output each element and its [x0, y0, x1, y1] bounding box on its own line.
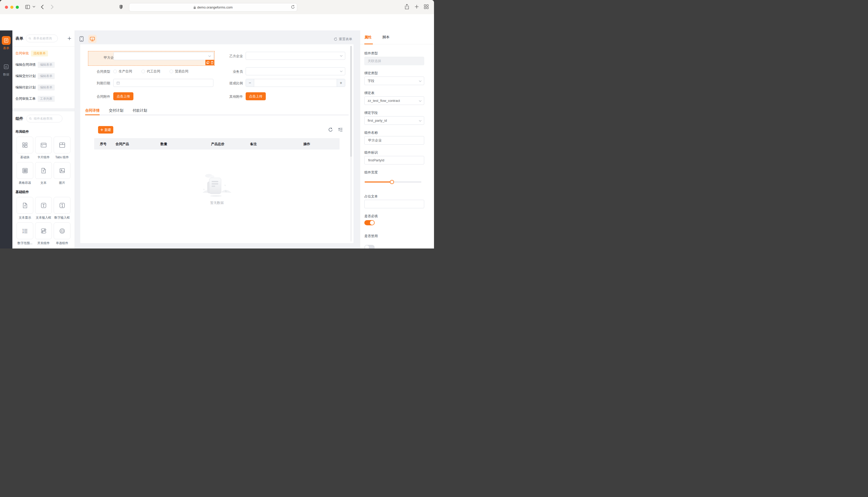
- tab-payment-plan[interactable]: 付款计划: [133, 108, 147, 113]
- chevron-down-icon: [419, 100, 422, 102]
- disabled-toggle[interactable]: [364, 245, 375, 248]
- tab-overview-icon[interactable]: [424, 4, 429, 9]
- form-list-item[interactable]: 合同审批工单 工单列表: [12, 93, 74, 104]
- basic-block-icon: [22, 142, 28, 148]
- component-number-range[interactable]: 12: [16, 223, 33, 239]
- form-list-item[interactable]: 合同审批 流程表单: [12, 48, 74, 59]
- selected-widget-first-party[interactable]: 甲方企业: [88, 51, 215, 66]
- canvas-area: 重置表单 甲方企业 乙方企业 合同类型: [75, 30, 360, 248]
- close-window-button[interactable]: [5, 6, 8, 9]
- form-search-input[interactable]: [26, 34, 58, 42]
- plus-icon: [100, 128, 103, 131]
- device-toolbar: 重置表单: [75, 33, 360, 44]
- search-icon: [29, 117, 32, 120]
- sidebar-chevron-icon[interactable]: [32, 6, 35, 8]
- prop-label-component-id: 组件标识: [364, 150, 378, 155]
- form-type-badge: 编辑表单: [38, 85, 55, 90]
- form-list-item[interactable]: 编辑合同详情 编辑表单: [12, 59, 74, 70]
- mobile-preview-button[interactable]: [78, 35, 86, 43]
- due-date-input[interactable]: [113, 79, 213, 87]
- first-party-select[interactable]: [113, 52, 213, 60]
- column-sort-icon[interactable]: [338, 127, 343, 132]
- chevron-down-icon: [419, 120, 422, 122]
- bind-table-select[interactable]: zz_test_flow_contract: [364, 96, 424, 105]
- prop-label-bind-field: 绑定字段: [364, 111, 378, 115]
- text-display-icon: [22, 202, 28, 209]
- bind-type-select[interactable]: 字段: [364, 76, 424, 85]
- placeholder-text-input[interactable]: [364, 200, 424, 208]
- radio-option[interactable]: 生产合同: [113, 69, 132, 74]
- radio-option[interactable]: 贸易合同: [169, 69, 188, 74]
- component-search-input[interactable]: [26, 115, 63, 123]
- radio-circle-icon: [169, 70, 173, 73]
- component-table-container[interactable]: [16, 162, 33, 179]
- form-list-item[interactable]: 编辑付款计划 编辑表单: [12, 82, 74, 93]
- forward-icon[interactable]: [51, 4, 54, 10]
- share-icon[interactable]: [404, 4, 409, 10]
- tab-contract-detail[interactable]: 合同详情: [85, 108, 100, 113]
- commission-input[interactable]: − +: [246, 79, 345, 87]
- slider-handle[interactable]: [390, 180, 394, 184]
- tab-script[interactable]: 脚本: [382, 35, 390, 40]
- sidenav-item-data[interactable]: 数据: [0, 62, 12, 77]
- prop-label-disabled: 是否禁用: [364, 234, 378, 239]
- component-id-input[interactable]: [364, 156, 424, 165]
- component-card[interactable]: [35, 137, 52, 153]
- new-tab-icon[interactable]: [414, 4, 419, 9]
- minimize-window-button[interactable]: [10, 6, 13, 9]
- side-nav: 表单 数据: [0, 30, 12, 248]
- salesman-select[interactable]: [246, 67, 345, 75]
- stepper-plus-button[interactable]: +: [337, 79, 345, 87]
- radio-option[interactable]: 代工合同: [141, 69, 160, 74]
- add-form-icon[interactable]: [67, 36, 71, 41]
- component-text-input[interactable]: [35, 197, 52, 214]
- empty-state-text: 暂无数据: [201, 201, 233, 205]
- component-tabs[interactable]: [54, 137, 70, 153]
- width-slider[interactable]: [364, 182, 421, 183]
- app-header: 橙单在线表单 基础信息 数据模型 表单设计 保存 返回: [0, 14, 434, 31]
- second-party-select[interactable]: [246, 52, 345, 60]
- components-panel-title: 组件: [15, 116, 23, 121]
- form-type-badge: 流程表单: [31, 51, 48, 56]
- new-row-button[interactable]: 新建: [98, 126, 113, 133]
- delete-widget-icon[interactable]: [211, 61, 213, 64]
- reload-icon[interactable]: [291, 5, 295, 9]
- url-text: demo.orangeforms.com: [197, 5, 233, 9]
- tab-active-underline: [85, 114, 100, 115]
- panel-divider: [12, 108, 74, 111]
- component-image[interactable]: [54, 162, 70, 179]
- component-basic-block[interactable]: [16, 137, 33, 153]
- other-upload-button[interactable]: 点击上传: [246, 92, 266, 100]
- component-radio[interactable]: [54, 223, 70, 239]
- chevron-down-icon: [419, 80, 422, 82]
- col-remark: 备注: [250, 142, 257, 146]
- required-toggle[interactable]: [364, 220, 375, 225]
- contract-upload-button[interactable]: 点击上传: [113, 92, 134, 100]
- back-icon[interactable]: [41, 4, 44, 10]
- component-number-input[interactable]: [54, 197, 70, 214]
- component-name-input[interactable]: [364, 136, 424, 145]
- component-group-label: 基础组件: [15, 190, 74, 194]
- desktop-preview-button[interactable]: [88, 35, 97, 43]
- copy-widget-icon[interactable]: [206, 61, 209, 64]
- col-quantity: 数量: [161, 142, 167, 146]
- reset-form-button[interactable]: 重置表单: [334, 37, 352, 42]
- tab-properties[interactable]: 属性: [364, 35, 372, 40]
- zoom-window-button[interactable]: [16, 6, 19, 9]
- component-text[interactable]: [35, 162, 52, 179]
- prop-label-bind-type: 绑定类型: [364, 71, 378, 75]
- component-switch[interactable]: [35, 223, 52, 239]
- form-canvas[interactable]: 甲方企业 乙方企业 合同类型 生产合同 代工合同 贸易合同: [80, 44, 354, 243]
- form-list-item[interactable]: 编辑交付计划 编辑表单: [12, 70, 74, 82]
- field-label: 乙方企业: [221, 54, 243, 58]
- canvas-scrollbar-thumb[interactable]: [350, 46, 352, 157]
- sidenav-item-forms[interactable]: 表单: [0, 36, 12, 51]
- tab-delivery-plan[interactable]: 交付计划: [109, 108, 123, 113]
- sidebar-toggle-icon[interactable]: [25, 4, 30, 10]
- refresh-table-icon[interactable]: [329, 127, 333, 132]
- bind-field-select[interactable]: first_party_id: [364, 116, 424, 125]
- component-text-display[interactable]: [16, 197, 33, 214]
- address-bar[interactable]: demo.orangeforms.com: [129, 3, 297, 12]
- stepper-minus-button[interactable]: −: [246, 79, 254, 87]
- privacy-shield-icon[interactable]: [119, 4, 123, 9]
